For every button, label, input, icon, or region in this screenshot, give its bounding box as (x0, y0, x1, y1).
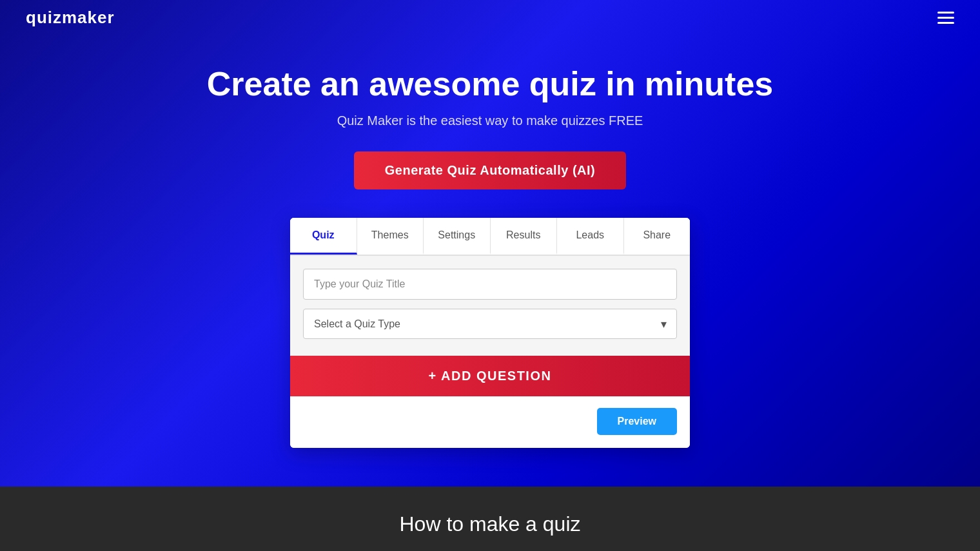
how-to-title: How to make a quiz (399, 512, 580, 536)
hamburger-line-3 (937, 22, 954, 24)
tab-settings[interactable]: Settings (424, 218, 491, 255)
tab-leads[interactable]: Leads (557, 218, 624, 255)
hamburger-line-1 (937, 12, 954, 14)
quiz-card: Quiz Themes Settings Results Leads Share… (290, 218, 690, 448)
logo-quiz: quiz (26, 8, 62, 27)
add-question-label: + ADD QUESTION (429, 369, 552, 383)
header: quizmaker (0, 0, 980, 35)
tab-results[interactable]: Results (491, 218, 558, 255)
how-to-section: How to make a quiz 1 2 3 (0, 487, 980, 551)
tab-share[interactable]: Share (624, 218, 691, 255)
hero-section: Create an awesome quiz in minutes Quiz M… (0, 0, 980, 487)
hero-title: Create an awesome quiz in minutes (207, 64, 773, 103)
preview-area: Preview (290, 396, 690, 448)
hamburger-line-2 (937, 17, 954, 19)
tab-quiz[interactable]: Quiz (290, 218, 357, 255)
quiz-tabs: Quiz Themes Settings Results Leads Share (290, 218, 690, 256)
tab-themes[interactable]: Themes (357, 218, 424, 255)
menu-icon[interactable] (937, 12, 954, 24)
quiz-type-select[interactable]: Select a Quiz Type (303, 309, 677, 339)
quiz-form: Select a Quiz Type (290, 256, 690, 356)
quiz-type-select-wrapper: Select a Quiz Type (303, 309, 677, 339)
logo[interactable]: quizmaker (26, 8, 115, 28)
preview-button[interactable]: Preview (597, 408, 677, 435)
quiz-title-input[interactable] (303, 269, 677, 300)
add-question-button[interactable]: + ADD QUESTION (290, 356, 690, 396)
logo-maker: maker (62, 8, 115, 27)
generate-quiz-button[interactable]: Generate Quiz Automatically (AI) (354, 151, 626, 189)
hero-subtitle: Quiz Maker is the easiest way to make qu… (337, 113, 643, 128)
